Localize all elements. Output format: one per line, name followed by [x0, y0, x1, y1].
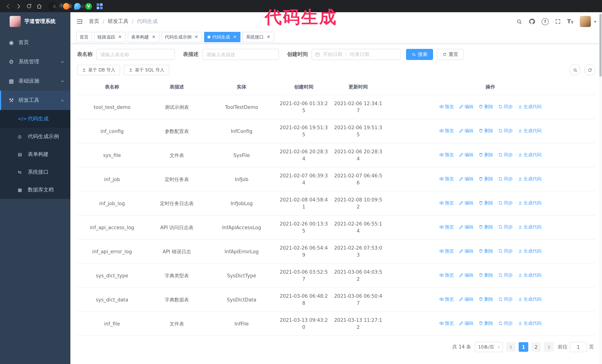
close-icon[interactable]: × [266, 34, 271, 40]
sidebar-subitem[interactable]: ▤ 表单构建 [0, 146, 70, 163]
preview-link[interactable]: 预览 [439, 224, 454, 231]
delete-link[interactable]: 删除 [479, 103, 493, 110]
sidebar-subitem[interactable]: ◎ 代码生成示例 [0, 128, 70, 146]
edit-link[interactable]: 编辑 [459, 296, 473, 303]
sidebar-item[interactable]: ◉ 首页 [0, 33, 70, 52]
sync-link[interactable]: 同步 [498, 127, 513, 135]
preview-link[interactable]: 预览 [439, 151, 454, 158]
sidebar-item[interactable]: ⚒ 研发工具 [0, 91, 70, 110]
sidebar-toggle-icon[interactable] [76, 18, 83, 25]
delete-link[interactable]: 删除 [479, 200, 493, 207]
sidebar-item[interactable]: ▦ 基础设施 [0, 72, 70, 91]
date-start-placeholder[interactable]: 开始日期 [323, 51, 342, 58]
preview-link[interactable]: 预览 [439, 320, 454, 327]
extension-icon-grid[interactable] [96, 3, 602, 10]
sidebar-subitem[interactable]: ⇆ 系统接口 [0, 163, 70, 181]
sync-link[interactable]: 同步 [498, 176, 513, 183]
table-desc-input[interactable] [202, 49, 279, 60]
breadcrumb-dev-tools[interactable]: 研发工具 [108, 18, 128, 25]
close-icon[interactable]: × [232, 34, 237, 40]
sync-link[interactable]: 同步 [498, 224, 513, 231]
generate-code-link[interactable]: 生成代码 [518, 272, 541, 279]
preview-link[interactable]: 预览 [439, 296, 454, 303]
browser-reload-icon[interactable] [24, 2, 33, 10]
delete-link[interactable]: 删除 [479, 151, 493, 158]
page-size-select[interactable]: 10条/页 ▾ [475, 342, 503, 352]
sidebar-subitem[interactable]: </> 代码生成 [0, 110, 70, 128]
user-avatar[interactable] [580, 16, 591, 27]
page-number-button[interactable]: 1 [519, 342, 528, 352]
fullscreen-icon[interactable] [555, 19, 561, 24]
browser-back-icon[interactable] [4, 2, 13, 10]
preview-link[interactable]: 预览 [439, 248, 454, 255]
sidebar-item[interactable]: ⚙ 系统管理 [0, 52, 70, 72]
sync-link[interactable]: 同步 [498, 103, 513, 110]
sync-link[interactable]: 同步 [498, 296, 513, 303]
github-icon[interactable] [529, 18, 535, 25]
edit-link[interactable]: 编辑 [459, 127, 473, 135]
edit-link[interactable]: 编辑 [459, 248, 473, 255]
extension-icon-v[interactable]: V [85, 3, 92, 10]
edit-link[interactable]: 编辑 [459, 151, 473, 158]
extension-icon-fox[interactable] [63, 3, 70, 10]
search-icon[interactable] [516, 18, 522, 25]
generate-code-link[interactable]: 生成代码 [518, 200, 541, 207]
extension-icon-drop[interactable] [74, 3, 81, 10]
generate-code-link[interactable]: 生成代码 [518, 176, 541, 183]
delete-link[interactable]: 删除 [479, 320, 493, 327]
delete-link[interactable]: 删除 [479, 176, 493, 183]
edit-link[interactable]: 编辑 [459, 272, 473, 279]
tab[interactable]: 表单构建 × [128, 32, 159, 42]
tab[interactable]: 首页 × [76, 32, 92, 42]
edit-link[interactable]: 编辑 [459, 200, 473, 207]
generate-code-link[interactable]: 生成代码 [518, 248, 541, 255]
generate-code-link[interactable]: 生成代码 [518, 224, 541, 231]
edit-link[interactable]: 编辑 [459, 224, 473, 231]
font-size-icon[interactable]: TT [567, 19, 573, 24]
bookmark-star-icon[interactable]: ☆ [80, 3, 85, 9]
sync-link[interactable]: 同步 [498, 248, 513, 255]
edit-link[interactable]: 编辑 [459, 320, 473, 327]
sidebar-subitem[interactable]: ▩ 数据库文档 [0, 181, 70, 199]
toggle-search-button[interactable] [570, 64, 580, 75]
sync-link[interactable]: 同步 [498, 151, 513, 158]
address-bar[interactable]: ⚠ 不安全 dashboard.yudao.iocoder.cn/tool/co… [48, 2, 57, 10]
preview-link[interactable]: 预览 [439, 127, 454, 135]
import-sql-button[interactable]: 基于 SQL 导入 [124, 65, 169, 75]
prev-page-button[interactable] [506, 342, 516, 352]
next-page-button[interactable] [544, 342, 553, 352]
close-icon[interactable]: × [151, 34, 156, 40]
preview-link[interactable]: 预览 [439, 272, 454, 279]
edit-link[interactable]: 编辑 [459, 103, 473, 110]
generate-code-link[interactable]: 生成代码 [518, 103, 541, 110]
scrollbar-track[interactable] [599, 12, 602, 364]
edit-link[interactable]: 编辑 [459, 176, 473, 183]
date-end-placeholder[interactable]: 结束日期 [350, 51, 369, 58]
close-icon[interactable]: × [117, 34, 122, 40]
generate-code-link[interactable]: 生成代码 [518, 320, 541, 327]
page-number-button[interactable]: 2 [531, 342, 541, 352]
delete-link[interactable]: 删除 [479, 248, 493, 255]
table-name-input[interactable] [96, 49, 175, 60]
delete-link[interactable]: 删除 [479, 224, 493, 231]
search-button[interactable]: 搜索 [406, 49, 433, 60]
help-icon[interactable]: ? [542, 18, 549, 25]
browser-forward-icon[interactable] [14, 2, 23, 10]
preview-link[interactable]: 预览 [439, 176, 454, 183]
refresh-table-button[interactable] [584, 64, 595, 75]
preview-link[interactable]: 预览 [439, 200, 454, 207]
date-range-picker[interactable]: 开始日期 - 结束日期 [312, 49, 400, 60]
breadcrumb-home[interactable]: 首页 [89, 18, 99, 25]
delete-link[interactable]: 删除 [479, 296, 493, 303]
delete-link[interactable]: 删除 [479, 272, 493, 279]
tab[interactable]: 代码生成示例 × [161, 32, 202, 42]
import-db-button[interactable]: 基于 DB 导入 [77, 65, 120, 75]
sync-link[interactable]: 同步 [498, 200, 513, 207]
scrollbar-thumb[interactable] [599, 14, 602, 77]
tab[interactable]: 代码生成 × [204, 32, 240, 42]
generate-code-link[interactable]: 生成代码 [518, 127, 541, 135]
sync-link[interactable]: 同步 [498, 320, 513, 327]
goto-page-input[interactable] [570, 342, 587, 352]
tab[interactable]: 系统接口 × [243, 32, 274, 42]
generate-code-link[interactable]: 生成代码 [518, 151, 541, 158]
